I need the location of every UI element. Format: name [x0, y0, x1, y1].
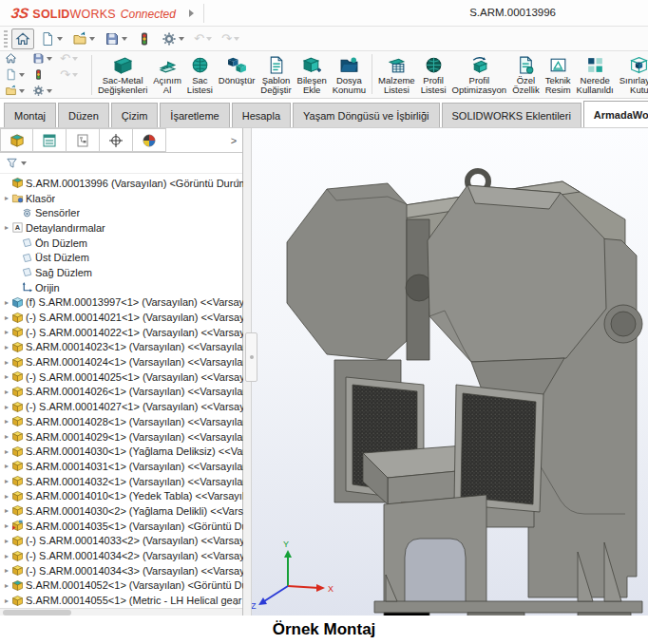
tab-hesapla[interactable]: Hesapla — [232, 103, 291, 127]
expand-arrow-icon[interactable]: ▸ — [2, 552, 11, 560]
expand-arrow-icon[interactable]: ▸ — [2, 566, 11, 575]
panel-tab-configuration[interactable] — [67, 128, 100, 152]
toolbar-drag-handle[interactable] — [4, 30, 8, 47]
expand-arrow-icon[interactable]: ▸ — [2, 358, 11, 367]
expand-arrow-icon[interactable]: ▸ — [2, 477, 11, 485]
tab-montaj[interactable]: Montaj — [4, 103, 56, 127]
dropdown-caret-icon[interactable] — [19, 89, 25, 93]
dropdown-caret-icon[interactable] — [19, 73, 25, 77]
expand-arrow-icon[interactable]: ▸ — [2, 417, 11, 426]
tree-row[interactable]: ▸S.ARM.00014055<1> (Metric - LH Helical … — [0, 593, 243, 608]
tree-row[interactable]: ▸S.ARM.00014032<1> (Varsayılan) <<Varsay… — [0, 474, 243, 489]
expand-arrow-icon[interactable]: ▸ — [2, 447, 11, 456]
tree-row[interactable]: ▸(-) S.ARM.00014021<1> (Varsayılan) <<Va… — [0, 310, 243, 325]
ribbon-unfold-button[interactable]: AçınımAl — [150, 54, 184, 97]
panel-tab-propertymanager[interactable] — [33, 128, 67, 152]
qat-stoplight-button[interactable] — [133, 28, 156, 49]
tab-ya-am-d-ng-s-ve-i-birli-i[interactable]: Yaşam Döngüsü ve İşbirliği — [293, 103, 439, 127]
ribbon-template-button[interactable]: ŞablonDeğiştir — [257, 54, 294, 97]
tree-row[interactable]: Ön Düzlem — [0, 236, 243, 251]
tree-row[interactable]: ▸S.ARM.00014035<1> (Varsayılan) <Görüntü… — [0, 519, 243, 534]
tree-row[interactable]: ▸ADetaylandırmalar — [0, 220, 243, 236]
expand-arrow-icon[interactable]: ▸ — [2, 328, 11, 336]
tree-row[interactable]: ▸S.ARM.00014030<1> (Yağlama Deliksiz) <<… — [0, 444, 243, 459]
ribbon-mini-home-button[interactable] — [4, 51, 31, 66]
ribbon-mini-gear-button[interactable] — [31, 84, 59, 99]
panel-splitter-handle[interactable] — [245, 332, 257, 382]
dropdown-caret-icon[interactable] — [47, 57, 52, 61]
panel-expand-chevron[interactable]: > — [225, 128, 242, 152]
tree-row[interactable]: ▸S.ARM.00014052<1> (Varsayılan) <Görüntü… — [0, 578, 243, 594]
tab--izim[interactable]: Çizim — [111, 103, 159, 127]
tree-scroll-up[interactable]: ^ — [236, 178, 239, 187]
press-right-guard[interactable] — [454, 385, 543, 512]
graphics-viewport[interactable]: Y X Z — [243, 128, 648, 616]
ribbon-customprop-button[interactable]: ÖzelÖzellik — [509, 54, 543, 97]
tree-row[interactable]: ▸S.ARM.00014028<1> (Varsayılan) <<Varsay… — [0, 414, 243, 429]
panel-tab-featuremanager[interactable] — [0, 128, 33, 152]
tree-row[interactable]: ▸(f) S.ARM.00013997<1> (Varsayılan) <<Va… — [0, 295, 243, 311]
expand-arrow-icon[interactable]: ▸ — [2, 462, 11, 470]
ribbon-profilelist-button[interactable]: ProfilListesi — [418, 54, 449, 97]
dropdown-caret-icon[interactable] — [122, 37, 127, 41]
dropdown-caret-icon[interactable] — [57, 37, 63, 41]
panel-tab-dimxpert[interactable] — [100, 128, 133, 152]
tree-row[interactable]: ▸(-) S.ARM.00014034<2> (Varsayılan) <<Va… — [0, 548, 243, 563]
tree-row[interactable]: ▸S.ARM.00014029<1> (Varsayılan) <<Varsay… — [0, 429, 243, 445]
dropdown-caret-icon[interactable] — [72, 57, 78, 61]
dropdown-caret-icon[interactable] — [206, 37, 212, 41]
ribbon-profileopt-button[interactable]: ProfilOptimizasyon — [449, 54, 510, 97]
tree-row[interactable]: ▸Klasör — [0, 191, 243, 206]
ribbon-mini-newdoc-button[interactable] — [4, 67, 31, 83]
dropdown-caret-icon[interactable] — [72, 73, 78, 77]
tree-row[interactable]: ▸S.ARM.00014026<1> (Varsayılan) <<Varsay… — [0, 385, 243, 400]
ribbon-mini-save-button[interactable] — [31, 51, 59, 66]
expand-arrow-icon[interactable]: ▸ — [2, 597, 11, 605]
ribbon-component-button[interactable]: BileşenEkle — [295, 54, 330, 97]
tree-row[interactable]: Üst Düzlem — [0, 250, 243, 265]
tab-i-aretleme[interactable]: İşaretleme — [160, 103, 229, 127]
ribbon-mini-stoplight-button[interactable] — [31, 67, 59, 83]
ribbon-bbox-button[interactable]: SınırlayıcıKutu — [617, 54, 648, 97]
dropdown-caret-icon[interactable] — [47, 89, 52, 93]
ribbon-matlist-button[interactable]: MalzemeListesi — [375, 54, 418, 97]
expand-arrow-icon[interactable]: ▸ — [2, 537, 11, 545]
tab-solidworks-eklentileri[interactable]: SOLIDWORKS Eklentileri — [442, 103, 581, 127]
dropdown-caret-icon[interactable] — [89, 37, 95, 41]
panel-tab-displaymanager[interactable] — [133, 128, 166, 152]
tab-d-zen[interactable]: Düzen — [58, 103, 109, 127]
logo-expand-arrow-icon[interactable] — [189, 9, 194, 17]
ribbon-folder-button[interactable]: DosyaKonumu — [330, 54, 369, 97]
tree-row[interactable]: ▸(-) S.ARM.00014034<3> (Varsayılan) <<Va… — [0, 563, 243, 578]
tree-row[interactable]: Orijin — [0, 280, 243, 295]
expand-arrow-icon[interactable]: ▸ — [2, 223, 11, 232]
qat-redo-button[interactable]: ↷ — [218, 28, 243, 49]
expand-arrow-icon[interactable]: ▸ — [2, 313, 11, 322]
ribbon-mini-redo-button[interactable]: ↷ — [59, 67, 86, 83]
expand-arrow-icon[interactable]: ▸ — [2, 194, 11, 202]
tree-row-root[interactable]: S.ARM.00013996 (Varsayılan) <Görüntü Dur… — [0, 176, 243, 191]
tree-row[interactable]: ▸S.ARM.00014030<2> (Yağlama Delikli) <<V… — [0, 503, 243, 519]
tree-scroll-down[interactable]: ⌄ — [232, 597, 239, 607]
tree-row[interactable]: ▸(-) S.ARM.00014027<1> (Varsayılan) <<Va… — [0, 399, 243, 414]
tree-row[interactable]: ▸S.ARM.00014031<1> (Varsayılan) <<Varsay… — [0, 459, 243, 474]
expand-arrow-icon[interactable]: ▸ — [2, 298, 11, 307]
ribbon-mini-open-button[interactable] — [4, 84, 31, 99]
filter-funnel-icon[interactable] — [6, 157, 18, 169]
ribbon-mini-undo-button[interactable]: ↶ — [59, 51, 86, 66]
qat-open-button[interactable] — [68, 28, 99, 49]
qat-newdoc-button[interactable] — [36, 28, 67, 49]
press-body[interactable] — [287, 171, 642, 616]
tab-armadaworks[interactable]: ArmadaWorks — [583, 101, 648, 127]
expand-arrow-icon[interactable]: ▸ — [2, 521, 11, 530]
expand-arrow-icon[interactable]: ▸ — [2, 506, 11, 515]
tree-row[interactable]: ▸(-) S.ARM.00014022<1> (Varsayılan) <<Va… — [0, 325, 243, 340]
ribbon-convert-button[interactable]: Dönüştür — [216, 54, 258, 87]
ribbon-sheetmetal-button[interactable]: Sac-MetalDeğişkenleri — [95, 54, 150, 97]
qat-save-button[interactable] — [101, 28, 131, 49]
filter-dropdown-caret[interactable] — [21, 161, 27, 165]
qat-gear-button[interactable] — [158, 28, 188, 49]
qat-home-button[interactable] — [11, 28, 34, 49]
expand-arrow-icon[interactable]: ▸ — [2, 388, 11, 396]
dropdown-caret-icon[interactable] — [234, 37, 239, 41]
